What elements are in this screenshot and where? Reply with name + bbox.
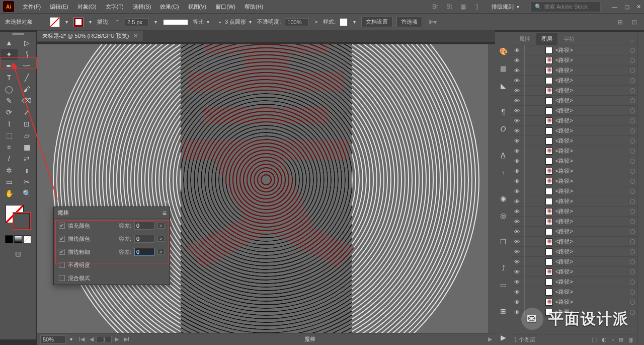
libraries-panel-icon[interactable]: ⊞	[498, 307, 509, 315]
artboards-panel-icon[interactable]: ▭	[498, 281, 509, 289]
asset-export-panel-icon[interactable]: ⤴	[498, 264, 509, 272]
layer-row[interactable]: 👁<路径>	[511, 116, 637, 126]
visibility-toggle[interactable]: 👁	[513, 259, 520, 265]
visibility-toggle[interactable]: 👁	[513, 98, 520, 104]
minimize-button[interactable]: —	[612, 4, 617, 10]
tool-panel-grip[interactable]	[0, 32, 36, 36]
layer-row[interactable]: 👁<路径>	[511, 55, 637, 65]
visibility-toggle[interactable]: 👁	[513, 289, 520, 295]
layer-row[interactable]: 👁<路径>	[511, 65, 637, 76]
color-mode-solid[interactable]	[5, 235, 13, 243]
character-panel-icon[interactable]: A̲	[498, 151, 509, 159]
column-graph-tool[interactable]: ⫾	[18, 165, 35, 176]
panel-menu-icon[interactable]: ≡	[628, 35, 637, 45]
layer-target-icon[interactable]	[630, 118, 635, 123]
rotate-tool[interactable]: ⟳	[1, 107, 18, 118]
shaper-tool[interactable]: ✎	[1, 95, 18, 106]
artboard-nav[interactable]: I◀◀ 1 ▶▶I	[77, 336, 131, 343]
layer-target-icon[interactable]	[630, 229, 635, 234]
panel-close-icon[interactable]: ✕	[164, 199, 169, 205]
visibility-toggle[interactable]: 👁	[513, 188, 520, 194]
layer-target-icon[interactable]	[630, 249, 635, 254]
color-panel-icon[interactable]: 🎨	[498, 47, 509, 55]
mw-checkbox-2[interactable]	[59, 249, 65, 255]
panel-collapse-icon[interactable]: «	[157, 199, 160, 205]
layer-row[interactable]: 👁<路径>	[511, 45, 637, 55]
new-layer-icon[interactable]: ⊞	[619, 336, 623, 343]
visibility-toggle[interactable]: 👁	[513, 178, 520, 184]
stroke-weight-input[interactable]: 2.5 px	[125, 18, 149, 26]
search-stock-input[interactable]: 🔍搜索 Adobe Stock	[530, 2, 601, 12]
opacity-dropdown[interactable]: >	[313, 19, 319, 25]
layer-target-icon[interactable]	[630, 108, 635, 113]
layer-target-icon[interactable]	[630, 310, 635, 315]
appearance-panel-icon[interactable]: ◉	[498, 194, 509, 202]
layer-row[interactable]: 👁<路径>	[511, 247, 637, 257]
mw-checkbox-4[interactable]	[59, 275, 65, 281]
hand-tool[interactable]: ✋	[1, 188, 18, 199]
perspective-grid-tool[interactable]: ▱	[18, 130, 35, 141]
layer-target-icon[interactable]	[630, 128, 635, 133]
mesh-tool[interactable]: ⌗	[1, 142, 18, 153]
artboard-tool[interactable]: ▭	[1, 176, 18, 187]
layer-row[interactable]: 👁<路径>	[511, 227, 637, 237]
menu-4[interactable]: 选择(S)	[128, 3, 156, 11]
grid-icon[interactable]: ⊞	[616, 18, 625, 27]
brushes-panel-icon[interactable]: ◣	[498, 82, 509, 90]
opacity-input[interactable]: 100%	[285, 18, 309, 26]
free-transform-tool[interactable]: ⊡	[18, 118, 35, 129]
preferences-button[interactable]: 首选项	[396, 17, 422, 27]
menu-2[interactable]: 对象(O)	[73, 3, 101, 11]
opentype-panel-icon[interactable]: O	[498, 125, 509, 133]
mw-tolerance-input-1[interactable]: 0	[134, 235, 154, 243]
layer-target-icon[interactable]	[630, 269, 635, 274]
tab-layers[interactable]: 图层	[536, 33, 557, 45]
line-segment-tool[interactable]: ╱	[18, 72, 35, 83]
visibility-toggle[interactable]: 👁	[513, 219, 520, 225]
layer-target-icon[interactable]	[630, 189, 635, 194]
graphic-styles-panel-icon[interactable]: ◎	[498, 212, 509, 220]
canvas-area[interactable]	[37, 44, 495, 333]
layers-list[interactable]: 👁<路径>👁<路径>👁<路径>👁<路径>👁<路径>👁<路径>👁<路径>👁<路径>…	[511, 45, 637, 334]
layers-panel-icon[interactable]: ❐	[498, 238, 509, 246]
stock-icon[interactable]: St	[445, 2, 454, 11]
direct-selection-tool[interactable]: ▷	[18, 37, 35, 48]
layer-row[interactable]: 👁<路径>	[511, 237, 637, 247]
make-clipping-mask-icon[interactable]: ◐	[602, 336, 607, 343]
layer-row[interactable]: 👁<路径>	[511, 146, 637, 156]
stroke-color-swatch[interactable]	[13, 212, 31, 230]
fill-swatch[interactable]	[50, 17, 60, 27]
arrange-docs-icon[interactable]: ▦	[459, 2, 468, 11]
zoom-input[interactable]: 50%	[40, 335, 65, 343]
layer-target-icon[interactable]	[630, 48, 635, 53]
layer-target-icon[interactable]	[630, 78, 635, 83]
maximize-button[interactable]: ▢	[624, 4, 629, 10]
layer-row[interactable]: 👁<路径>	[511, 297, 637, 307]
visibility-toggle[interactable]: 👁	[513, 128, 520, 134]
color-mode-gradient[interactable]	[14, 235, 22, 243]
visibility-toggle[interactable]: 👁	[513, 269, 520, 275]
width-tool[interactable]: ⌇	[1, 118, 18, 129]
eyedropper-tool[interactable]: /	[1, 153, 18, 164]
curvature-tool[interactable]: 〰	[18, 60, 35, 72]
visibility-toggle[interactable]: 👁	[513, 198, 520, 204]
layer-row[interactable]: 👁<路径>	[511, 86, 637, 96]
zoom-tool[interactable]: 🔍	[18, 188, 35, 199]
close-window-button[interactable]: ✕	[636, 4, 641, 10]
eraser-tool[interactable]: ⌫	[18, 95, 35, 106]
layer-target-icon[interactable]	[630, 280, 635, 285]
align-icon[interactable]: ⊫▾	[428, 18, 437, 27]
visibility-toggle[interactable]: 👁	[513, 138, 520, 144]
tab-close-icon[interactable]: ✕	[133, 33, 138, 39]
brush-dropdown[interactable]: 3 点圆形 ▾	[225, 18, 253, 26]
layer-row[interactable]: 👁<路径>	[511, 206, 637, 217]
layer-row[interactable]: 👁<路径>	[511, 126, 637, 136]
magic-wand-tool[interactable]: ✦	[1, 49, 18, 60]
layer-target-icon[interactable]	[630, 159, 635, 164]
locate-layer-icon[interactable]: ⬚	[592, 336, 597, 343]
mw-checkbox-3[interactable]	[59, 262, 65, 268]
profile-dropdown[interactable]: 等比 ▾	[193, 18, 211, 26]
mw-tolerance-input-0[interactable]: 0	[134, 222, 154, 230]
layer-target-icon[interactable]	[630, 88, 635, 93]
align-panel-icon[interactable]: ⫞	[498, 168, 509, 176]
